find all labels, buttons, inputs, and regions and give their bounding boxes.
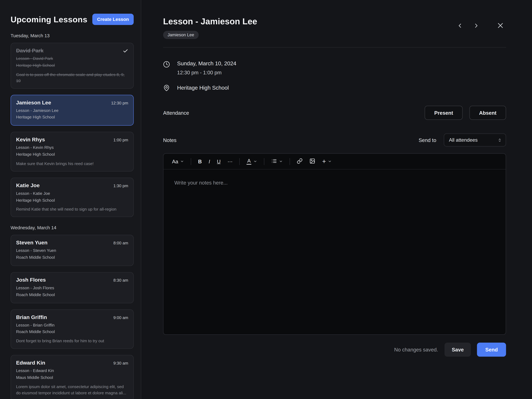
underline-button[interactable]: U — [214, 156, 224, 167]
lesson-title: Lesson - Brian Griffin — [16, 322, 128, 329]
lesson-location: Heritage High School — [177, 85, 229, 91]
datetime-row: Sunday, March 10, 2024 12:30 pm - 1:00 p… — [163, 61, 506, 75]
chevron-left-icon — [456, 22, 463, 30]
link-button[interactable] — [294, 155, 306, 168]
close-icon — [497, 22, 504, 30]
lesson-note: Goal is to pass off the chromatic scale … — [16, 71, 128, 84]
font-style-label: Aa — [172, 158, 178, 164]
lesson-card-header: Katie Joe1:30 pm — [16, 182, 128, 189]
lesson-card[interactable]: David ParkLesson - David ParkHeritage Hi… — [11, 43, 134, 89]
chevron-right-icon — [473, 22, 480, 30]
more-formatting-button[interactable]: ⋯ — [224, 156, 235, 167]
lesson-card-header: David Park — [16, 47, 128, 54]
lesson-card-header: Jamieson Lee12:30 pm — [16, 99, 128, 106]
send-to-select[interactable]: All attendees — [444, 133, 506, 146]
bold-icon: B — [198, 158, 202, 164]
lesson-title: Lesson - Jamieson Lee — [16, 107, 128, 114]
sidebar-header: Upcoming Lessons Create Lesson — [11, 14, 134, 25]
chevron-down-icon — [253, 159, 257, 163]
send-button[interactable]: Send — [477, 343, 506, 357]
lesson-time: 8:00 am — [113, 241, 128, 246]
lesson-time-range: 12:30 pm - 1:00 pm — [177, 70, 236, 75]
lesson-date: Sunday, March 10, 2024 — [177, 61, 236, 67]
editor-toolbar: Aa B I U ⋯ A — [164, 154, 506, 170]
chevron-down-icon — [328, 159, 332, 163]
send-to-group: Send to All attendees — [419, 133, 506, 146]
save-button[interactable]: Save — [445, 343, 471, 357]
lesson-card[interactable]: Kevin Rhys1:00 pmLesson - Kevin RhysHeri… — [11, 132, 134, 171]
location-row: Heritage High School — [163, 84, 506, 91]
present-button[interactable]: Present — [425, 106, 463, 120]
lesson-school: Heritage High School — [16, 151, 128, 158]
image-button[interactable] — [306, 155, 318, 168]
toolbar-separator — [290, 158, 290, 165]
font-style-button[interactable]: Aa — [169, 156, 187, 167]
create-lesson-button[interactable]: Create Lesson — [92, 14, 134, 25]
plus-icon: + — [322, 158, 326, 165]
page-title: Lesson - Jamieson Lee — [163, 16, 257, 26]
send-to-value: All attendees — [449, 137, 477, 143]
lesson-meta: Sunday, March 10, 2024 12:30 pm - 1:00 p… — [163, 61, 506, 92]
lesson-school: Roach Middle School — [16, 329, 128, 335]
insert-button[interactable]: + — [319, 155, 335, 167]
lesson-note: Dont forget to bring Brian reeds for him… — [16, 338, 128, 344]
lesson-student-name: David Park — [16, 47, 44, 54]
lesson-list: Tuesday, March 13David ParkLesson - Davi… — [11, 33, 134, 399]
lesson-note: Make sure that Kevin brings his reed cas… — [16, 160, 128, 167]
attendance-label: Attendance — [163, 110, 189, 116]
notes-input[interactable]: Write your notes here... — [164, 170, 506, 334]
list-button[interactable] — [268, 155, 286, 168]
lesson-card[interactable]: Jamieson Lee12:30 pmLesson - Jamieson Le… — [11, 95, 134, 126]
send-to-label: Send to — [419, 137, 437, 143]
prev-lesson-button[interactable] — [455, 20, 465, 32]
lesson-card-header: Josh Flores8:30 am — [16, 277, 128, 283]
sidebar-title: Upcoming Lessons — [11, 14, 87, 24]
lesson-title: Lesson - Kevin Rhys — [16, 144, 128, 151]
toolbar-separator — [191, 158, 191, 165]
lesson-student-name: Brian Griffin — [16, 314, 47, 320]
lesson-card[interactable]: Brian Griffin9:00 amLesson - Brian Griff… — [11, 309, 134, 349]
lesson-student-name: Josh Flores — [16, 277, 46, 283]
lesson-school: Heritage High School — [16, 197, 128, 204]
save-status: No changes saved. — [394, 347, 438, 353]
lesson-card[interactable]: Steven Yuen8:00 amLesson - Steven YuenRo… — [11, 235, 134, 266]
sidebar: Upcoming Lessons Create Lesson Tuesday, … — [0, 0, 141, 399]
lesson-student-name: Steven Yuen — [16, 240, 47, 246]
text-color-button[interactable]: A — [243, 155, 260, 167]
datetime-text: Sunday, March 10, 2024 12:30 pm - 1:00 p… — [177, 61, 236, 75]
notes-placeholder: Write your notes here... — [174, 180, 228, 185]
detail-title-block: Lesson - Jamieson Lee Jamieson Lee — [163, 16, 257, 39]
lesson-school: Roach Middle School — [16, 254, 128, 261]
lesson-note: Remind Katie that she will need to sign … — [16, 206, 128, 212]
chevron-down-icon — [180, 159, 184, 163]
select-chevrons-icon — [497, 138, 502, 142]
underline-icon: U — [217, 158, 221, 164]
more-icon: ⋯ — [228, 158, 233, 165]
absent-button[interactable]: Absent — [469, 106, 506, 120]
notes-header-row: Notes Send to All attendees — [163, 133, 506, 146]
lesson-school: Roach Middle School — [16, 292, 128, 298]
lesson-title: Lesson - David Park — [16, 55, 128, 62]
lesson-student-name: Edward Kin — [16, 360, 45, 366]
bold-button[interactable]: B — [195, 156, 205, 167]
lesson-school: Maus Middle School — [16, 374, 128, 381]
lesson-title: Lesson - Katie Joe — [16, 190, 128, 197]
lesson-time: 1:00 pm — [113, 138, 128, 143]
date-header: Wednesday, March 14 — [11, 225, 134, 230]
lesson-title: Lesson - Steven Yuen — [16, 248, 128, 254]
detail-nav-actions — [455, 20, 506, 32]
lesson-card[interactable]: Edward Kin9:30 amLesson - Edward KinMaus… — [11, 355, 134, 399]
italic-icon: I — [209, 158, 210, 164]
toolbar-separator — [264, 158, 264, 165]
clock-icon — [163, 61, 170, 68]
lesson-card[interactable]: Katie Joe1:30 pmLesson - Katie JoeHerita… — [11, 177, 134, 217]
next-lesson-button[interactable] — [471, 20, 482, 32]
lesson-school: Heritage High School — [16, 114, 128, 121]
lesson-note: Lorem ipsum dolor sit amet, consectetur … — [16, 384, 128, 396]
italic-button[interactable]: I — [206, 156, 213, 167]
lesson-detail-panel: Lesson - Jamieson Lee Jamieson Lee — [141, 0, 532, 399]
close-button[interactable] — [495, 20, 506, 32]
lesson-card[interactable]: Josh Flores8:30 amLesson - Josh FloresRo… — [11, 272, 134, 303]
lesson-title: Lesson - Edward Kin — [16, 368, 128, 374]
lesson-time: 8:30 am — [113, 278, 128, 283]
